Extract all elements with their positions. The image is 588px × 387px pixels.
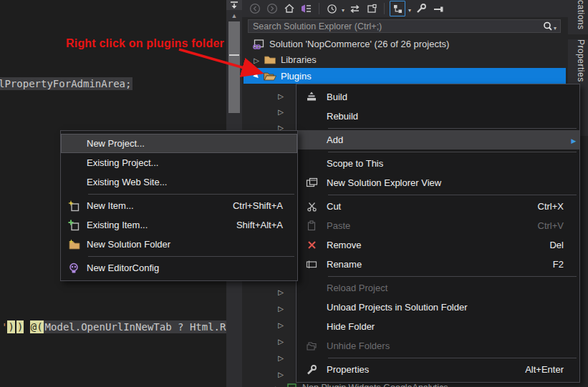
annotation-text: Right click on plugins folder [66, 37, 224, 50]
properties-wrench-icon[interactable] [414, 1, 428, 16]
menu-item-new-item[interactable]: New Item...Ctrl+Shift+A [61, 196, 297, 215]
expand-arrow-icon[interactable] [275, 318, 286, 330]
scissors-icon [297, 201, 327, 212]
home-icon[interactable] [282, 1, 297, 16]
chevron-down-icon[interactable] [408, 2, 411, 15]
search-icon[interactable] [542, 21, 554, 32]
code-line: ')) @(Model.OpenUrlInNewTab ? Html.R [1, 320, 227, 334]
menu-item-remove[interactable]: RemoveDel [297, 235, 579, 255]
tree-item-label: Plugins [281, 71, 312, 82]
expand-arrow-icon[interactable] [275, 367, 286, 380]
new-view-icon [297, 177, 327, 188]
context-menu: Build Rebuild Add Scope to This New Solu… [296, 84, 580, 383]
menu-separator [297, 274, 579, 278]
solution-label: Solution 'NopCommerce' (26 of 26 project… [269, 39, 449, 49]
sync-with-active-document-icon[interactable] [299, 1, 314, 16]
visual-studio-window: lPropertyForAdminArea; ')) @(Model.OpenU… [0, 0, 588, 387]
pin-icon[interactable] [431, 1, 445, 16]
wrench-icon [297, 364, 327, 376]
back-icon[interactable] [248, 1, 262, 16]
rename-icon [297, 260, 327, 269]
expand-arrow-icon[interactable] [275, 334, 286, 347]
menu-item-reload-project[interactable]: Reload Project [297, 278, 579, 298]
toolbar-separator [319, 3, 319, 14]
scroll-up-icon[interactable]: ▲ [226, 11, 242, 20]
caret-position-marker [229, 54, 239, 56]
red-x-icon [297, 240, 327, 250]
folder-icon [262, 54, 278, 65]
menu-item-scope-to-this[interactable]: Scope to This [297, 154, 579, 173]
new-item-icon [61, 200, 87, 212]
project-icon [284, 383, 299, 387]
pending-changes-filter-icon[interactable] [324, 1, 339, 16]
expand-arrow-icon[interactable] [251, 72, 262, 79]
menu-item-new-solution-explorer-view[interactable]: New Solution Explorer View [297, 173, 579, 192]
existing-item-icon [61, 220, 87, 231]
clipboard-icon [297, 220, 327, 231]
tab-label: cations [576, 0, 586, 34]
scrollbar-thumb[interactable] [228, 21, 240, 113]
tab-notifications[interactable]: cations [568, 0, 588, 34]
menu-item-new-editorconfig[interactable]: New EditorConfig [61, 258, 297, 278]
expand-arrow-icon[interactable] [275, 285, 286, 298]
editorconfig-icon [61, 263, 87, 274]
menu-separator [297, 126, 579, 130]
menu-item-rename[interactable]: RenameF2 [297, 255, 579, 274]
chevron-down-icon[interactable] [342, 2, 344, 15]
menu-separator [297, 192, 579, 197]
menu-separator [297, 150, 579, 154]
swap-views-icon[interactable] [347, 1, 362, 16]
menu-item-unhide-folders[interactable]: Unhide Folders [297, 336, 579, 356]
expand-arrow-icon[interactable] [275, 89, 286, 102]
expand-arrow-icon[interactable] [275, 351, 286, 363]
expand-arrow-icon[interactable] [272, 383, 284, 387]
menu-item-new-project[interactable]: New Project... [61, 134, 297, 153]
code-line: lPropertyForAdminArea; [0, 77, 132, 91]
menu-item-build[interactable]: Build [297, 87, 579, 107]
menu-separator [297, 356, 579, 360]
splitter-handle-icon[interactable] [226, 0, 242, 10]
menu-item-existing-item[interactable]: Existing Item...Shift+Alt+A [61, 215, 297, 235]
menu-item-paste[interactable]: PasteCtrl+V [297, 216, 579, 235]
open-folder-icon [262, 71, 278, 82]
tree-row-solution[interactable]: Solution 'NopCommerce' (26 of 26 project… [251, 36, 449, 52]
expand-arrow-icon[interactable] [275, 301, 286, 314]
add-submenu: New Project... Existing Project... Exist… [60, 130, 298, 281]
expand-arrow-icon[interactable] [251, 54, 262, 65]
tree-row-plugins[interactable]: Plugins [244, 68, 566, 84]
new-folder-icon [61, 239, 87, 250]
folders-icon [297, 341, 327, 351]
chevron-down-icon[interactable] [554, 20, 556, 33]
search-input[interactable] [249, 21, 542, 31]
menu-item-new-solution-folder[interactable]: New Solution Folder [61, 235, 297, 254]
toolbar-separator [384, 3, 385, 14]
menu-separator [61, 192, 297, 196]
menu-item-unload-projects[interactable]: Unload Projects in Solution Folder [297, 298, 579, 317]
sync-selection-icon[interactable] [390, 1, 405, 16]
menu-item-add[interactable]: Add [297, 130, 579, 150]
menu-item-cut[interactable]: CutCtrl+X [297, 197, 579, 216]
solution-icon [251, 38, 266, 50]
tree-item-label: Nop.Plugin.Widgets.GoogleAnalytics [302, 383, 448, 387]
build-icon [297, 92, 327, 102]
menu-separator [61, 254, 297, 258]
expand-arrow-icon[interactable] [275, 104, 286, 117]
menu-item-hide-folder[interactable]: Hide Folder [297, 317, 579, 336]
menu-item-rebuild[interactable]: Rebuild [297, 107, 579, 126]
preview-icon[interactable] [365, 1, 379, 16]
search-box[interactable] [248, 19, 561, 33]
tree-item-label: Libraries [281, 54, 317, 65]
menu-item-existing-web-site[interactable]: Existing Web Site... [61, 172, 297, 192]
submenu-arrow-icon [568, 134, 579, 145]
forward-icon[interactable] [265, 1, 279, 16]
menu-item-properties[interactable]: PropertiesAlt+Enter [297, 360, 579, 379]
tree-row-libraries[interactable]: Libraries [251, 52, 317, 67]
menu-item-existing-project[interactable]: Existing Project... [61, 153, 297, 172]
solution-explorer-toolbar [242, 0, 568, 17]
